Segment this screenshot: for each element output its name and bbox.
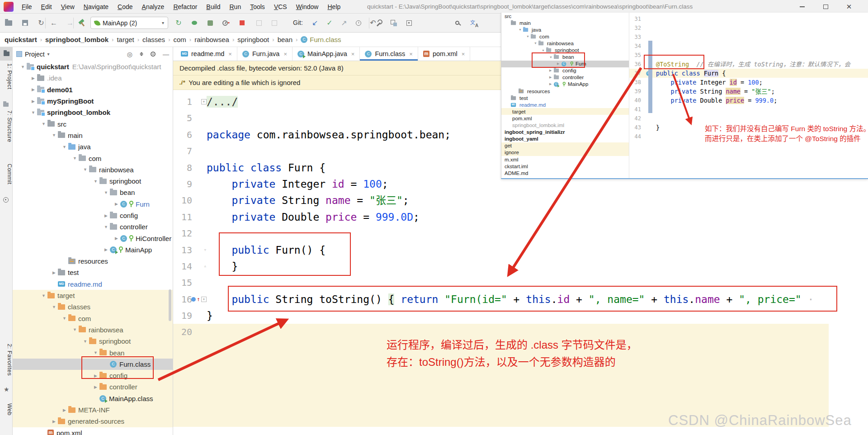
tree-row[interactable]: ▶META-INF [13, 404, 173, 416]
stop-icon[interactable] [237, 18, 247, 28]
overlay-tree-row[interactable]: ▼springboot [501, 47, 629, 53]
overlay-tree-row[interactable]: resources [501, 88, 629, 95]
menu-edit[interactable]: Edit [37, 0, 57, 14]
override-icon[interactable] [191, 297, 196, 302]
tab-MainApp-java[interactable]: MainApp.java× [292, 47, 360, 61]
fold-chevron-icon[interactable]: ▵ [203, 258, 207, 274]
tree-expand-icon[interactable]: ▼ [549, 56, 554, 59]
tree-expand-icon[interactable]: ▼ [81, 339, 89, 344]
menu-run[interactable]: Run [225, 0, 245, 14]
save-icon[interactable] [20, 18, 30, 28]
code-line[interactable]: 33 [629, 33, 868, 42]
tree-row[interactable]: ▼rainbowsea [13, 324, 173, 336]
close-icon[interactable]: × [228, 51, 232, 57]
menu-vcs[interactable]: VCS [269, 0, 292, 14]
stripe-favorites-label[interactable]: 2: Favorites [0, 344, 13, 376]
overlay-tree-row[interactable]: readme.md [501, 101, 629, 108]
tree-expand-icon[interactable]: ▼ [92, 179, 99, 184]
gear-icon[interactable] [151, 52, 156, 57]
tree-expand-icon[interactable]: ▶ [92, 385, 99, 389]
tree-row[interactable]: ▼quickstartE:\Java\SpringBoot\quickstart [13, 61, 173, 72]
tab-pom-xml[interactable]: pom.xml× [418, 47, 470, 61]
code-line[interactable]: 34 [629, 42, 868, 51]
code-line[interactable]: 41 [629, 105, 868, 114]
code-line[interactable]: 12 [173, 225, 868, 241]
chevron-down-icon[interactable]: ▾ [47, 52, 50, 57]
tree-row[interactable]: ▶test [13, 267, 173, 278]
history-clock-icon[interactable] [354, 18, 363, 28]
tree-expand-icon[interactable]: ▶ [549, 76, 554, 79]
overlay-tree-row[interactable]: ignore [501, 149, 629, 156]
code-line[interactable]: 10 private String name = "张三"; [173, 192, 868, 208]
maximize-button[interactable] [815, 0, 836, 14]
tree-expand-icon[interactable]: ▶ [50, 419, 58, 424]
code-line[interactable]: 14▵ } [173, 258, 868, 274]
tree-expand-icon[interactable]: ▼ [534, 42, 538, 45]
build-hammer-icon[interactable] [77, 18, 87, 28]
tree-expand-icon[interactable]: ▼ [519, 28, 523, 31]
breadcrumb-item[interactable]: target [117, 36, 134, 43]
overlay-tree-row[interactable]: src [501, 13, 629, 19]
overlay-tree-row[interactable]: ▼java [501, 26, 629, 33]
breadcrumb-item[interactable]: bean [278, 36, 292, 43]
layout-box-icon[interactable] [404, 18, 414, 28]
tree-row[interactable]: ▶Furn [13, 199, 173, 210]
tree-expand-icon[interactable]: ▼ [61, 145, 68, 149]
tree-row[interactable]: MainApp.class [13, 393, 173, 404]
menu-tools[interactable]: Tools [245, 0, 269, 14]
close-button[interactable]: ✕ [838, 0, 860, 14]
breadcrumb-file[interactable]: Furn.class [301, 36, 341, 43]
search-icon[interactable] [452, 18, 462, 28]
git-update-icon[interactable]: ↙ [310, 18, 320, 28]
overlay-tree-row[interactable]: ▼bean [501, 54, 629, 61]
tree-expand-icon[interactable]: ▶ [29, 87, 37, 92]
code-line[interactable]: 38 private Integer id = 100; [629, 78, 868, 87]
tree-row[interactable]: ▼main [13, 130, 173, 141]
code-line[interactable]: 36@ToString // 在编译时，生成 toString，注意：默认情况下… [629, 60, 868, 69]
tree-expand-icon[interactable]: ▼ [50, 133, 58, 137]
breadcrumb-item[interactable]: quickstart [5, 36, 37, 43]
tree-row[interactable]: ▶.idea [13, 72, 173, 84]
debug-bug-icon[interactable] [189, 18, 199, 28]
sync-icon[interactable]: ↻ [36, 18, 46, 28]
collapse-all-icon[interactable] [140, 52, 143, 56]
menu-refactor[interactable]: Refactor [169, 0, 202, 14]
code-line[interactable]: 15 [173, 274, 868, 291]
tree-expand-icon[interactable]: ▼ [61, 316, 68, 321]
menu-view[interactable]: View [57, 0, 79, 14]
tree-row[interactable]: pom.xml [13, 427, 173, 435]
overlay-tree-row[interactable]: target [501, 108, 629, 115]
tree-row[interactable]: ▼src [13, 118, 173, 129]
tree-row[interactable]: ▼bean [13, 187, 173, 198]
tree-expand-icon[interactable]: ▼ [40, 122, 47, 126]
tree-expand-icon[interactable]: ▶ [61, 408, 68, 412]
stripe-commit-label[interactable]: Commit [0, 164, 13, 184]
overlay-tree-row[interactable]: springboot_lombok.iml [501, 122, 629, 129]
tree-expand-icon[interactable]: ▼ [102, 190, 110, 195]
tree-row[interactable]: ▼java [13, 141, 173, 152]
overlay-tree-row[interactable]: ingboot_yaml [501, 136, 629, 142]
tree-row[interactable]: resources [13, 255, 173, 267]
tab-Furn-class[interactable]: Furn.class× [360, 47, 418, 61]
tree-row[interactable]: ▶MainApp [13, 244, 173, 255]
tab-readme-md[interactable]: readme.md× [176, 47, 237, 61]
overlay-tree-row[interactable]: get [501, 142, 629, 149]
tree-row[interactable]: ▼classes [13, 301, 173, 312]
minimize-button[interactable] [791, 0, 813, 14]
tree-expand-icon[interactable]: ▼ [40, 293, 47, 298]
tree-row[interactable]: ▼springboot [13, 175, 173, 187]
run-configuration-select[interactable]: MainApp (2) ▾ [90, 17, 168, 29]
tree-expand-icon[interactable]: ▶ [549, 69, 554, 72]
tree-expand-icon[interactable]: ▼ [19, 65, 27, 69]
stripe-structure-label[interactable]: 7: Structure [0, 110, 13, 142]
tree-expand-icon[interactable]: ▼ [81, 167, 89, 172]
fold-icon[interactable]: + [201, 99, 207, 104]
hide-panel-icon[interactable]: — [163, 51, 169, 58]
code-line[interactable]: 39 private String name = "张三"; [629, 87, 868, 96]
overlay-tree-row[interactable]: ▼com [501, 33, 629, 40]
tree-expand-icon[interactable]: ▼ [71, 156, 79, 161]
tree-expand-icon[interactable]: ▶ [29, 76, 37, 80]
project-tool-button[interactable] [0, 47, 13, 61]
stripe-web-label[interactable]: Web [0, 403, 13, 416]
tree-expand-icon[interactable]: ▼ [542, 49, 546, 52]
